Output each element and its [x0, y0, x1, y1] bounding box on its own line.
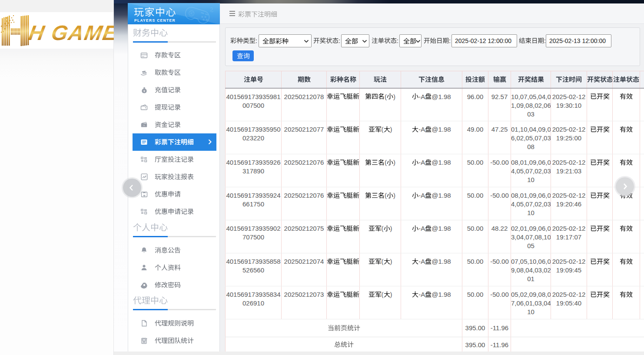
- svg-text:H GAME: H GAME: [27, 21, 114, 44]
